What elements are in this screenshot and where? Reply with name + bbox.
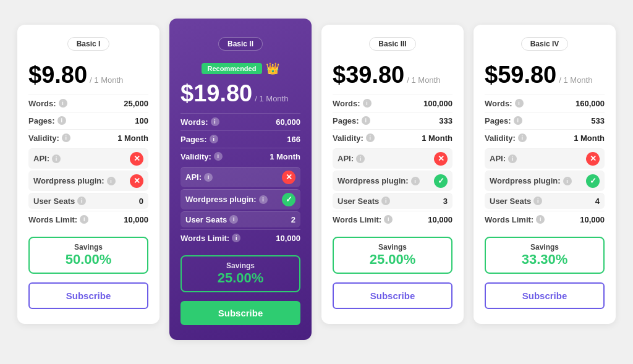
feature-value: 2 — [291, 215, 295, 224]
subscribe-button[interactable]: Subscribe — [181, 301, 300, 325]
feature-value: 0 — [139, 197, 143, 206]
feature-label: Validity: i — [333, 133, 375, 143]
feature-label: Wordpress plugin: i — [185, 195, 268, 204]
feature-value: 10,000 — [124, 215, 148, 224]
feature-label: Words: i — [28, 99, 67, 108]
feature-row-4: Wordpress plugin: i ✕ — [28, 171, 148, 191]
feature-row-5: User Seats i 3 — [333, 193, 452, 209]
feature-label: Words Limit: i — [28, 215, 88, 224]
subscribe-button[interactable]: Subscribe — [333, 282, 452, 309]
feature-value: 3 — [443, 197, 448, 206]
feature-row-4: Wordpress plugin: i ✓ — [181, 189, 300, 210]
plan-title: Basic IV — [521, 37, 569, 51]
info-icon[interactable]: i — [366, 133, 375, 142]
feature-row-0: Words: i 100,000 — [333, 95, 452, 112]
info-icon[interactable]: i — [59, 99, 67, 108]
price-value: $19.80 — [181, 80, 252, 107]
feature-value: 10,000 — [428, 215, 452, 224]
info-icon[interactable]: i — [52, 154, 61, 163]
info-icon[interactable]: i — [411, 177, 420, 185]
feature-value: 160,000 — [576, 99, 605, 108]
savings-section: Savings 33.30% — [485, 237, 605, 274]
info-icon[interactable]: i — [563, 177, 572, 185]
feature-row-0: Words: i 25,000 — [28, 95, 148, 112]
savings-label: Savings — [37, 243, 140, 252]
info-icon[interactable]: i — [362, 116, 370, 125]
feature-label: Validity: i — [28, 133, 70, 143]
feature-row-5: User Seats i 4 — [485, 193, 605, 209]
info-icon[interactable]: i — [107, 177, 116, 185]
info-icon[interactable]: i — [384, 215, 393, 224]
feature-value: 1 Month — [117, 133, 148, 143]
feature-row-1: Pages: i 100 — [28, 112, 148, 129]
check-icon: ✓ — [586, 174, 600, 188]
info-icon[interactable]: i — [533, 197, 542, 205]
feature-value: 1 Month — [422, 133, 452, 143]
feature-row-6: Words Limit: i 10,000 — [28, 211, 148, 228]
feature-value: 1 Month — [574, 133, 605, 143]
info-icon[interactable]: i — [229, 215, 238, 224]
feature-row-3: API: i ✕ — [181, 167, 300, 187]
info-icon[interactable]: i — [57, 116, 66, 125]
price-period: / 1 Month — [407, 75, 440, 85]
info-icon[interactable]: i — [514, 116, 522, 125]
pricing-section: Basic I $9.80 / 1 Month Words: i 25,000 … — [12, 25, 621, 340]
feature-label: Words Limit: i — [333, 215, 393, 224]
info-icon[interactable]: i — [214, 152, 223, 161]
info-icon[interactable]: i — [62, 133, 70, 142]
info-icon[interactable]: i — [204, 173, 213, 182]
feature-row-0: Words: i 60,000 — [181, 113, 300, 130]
cross-icon: ✕ — [434, 152, 448, 166]
info-icon[interactable]: i — [515, 99, 524, 108]
check-icon: ✓ — [282, 193, 295, 206]
feature-value: 60,000 — [276, 117, 300, 127]
info-icon[interactable]: i — [77, 197, 86, 205]
savings-label: Savings — [189, 261, 292, 270]
feature-value: 166 — [287, 135, 300, 144]
feature-value: 10,000 — [580, 215, 605, 224]
plan-card-basic3: Basic III $39.80 / 1 Month Words: i 100,… — [321, 25, 464, 324]
feature-value: 4 — [595, 197, 600, 206]
price-display: $9.80 / 1 Month — [28, 62, 148, 88]
cross-icon: ✕ — [130, 152, 143, 166]
subscribe-button[interactable]: Subscribe — [485, 282, 605, 309]
feature-row-5: User Seats i 0 — [28, 193, 148, 209]
feature-label: Words Limit: i — [485, 215, 545, 224]
plan-card-basic4: Basic IV $59.80 / 1 Month Words: i 160,0… — [474, 25, 616, 324]
info-icon[interactable]: i — [210, 135, 218, 143]
feature-row-1: Pages: i 166 — [181, 130, 300, 148]
feature-label: Wordpress plugin: i — [338, 176, 420, 185]
feature-row-3: API: i ✕ — [485, 148, 605, 169]
savings-value: 25.00% — [189, 270, 292, 286]
feature-value: 1 Month — [270, 152, 300, 161]
feature-label: Validity: i — [485, 133, 527, 143]
feature-label: Wordpress plugin: i — [490, 176, 572, 185]
info-icon[interactable]: i — [356, 154, 365, 163]
feature-value: 533 — [591, 116, 605, 125]
subscribe-button[interactable]: Subscribe — [28, 282, 148, 309]
feature-row-2: Validity: i 1 Month — [333, 129, 452, 146]
savings-section: Savings 50.00% — [28, 237, 148, 274]
feature-row-3: API: i ✕ — [28, 148, 148, 169]
info-icon[interactable]: i — [381, 197, 390, 205]
info-icon[interactable]: i — [518, 133, 527, 142]
feature-value: 333 — [439, 116, 452, 125]
info-icon[interactable]: i — [211, 117, 219, 126]
price-display: $19.80 / 1 Month — [181, 80, 300, 107]
feature-label: API: i — [185, 172, 213, 182]
cross-icon: ✕ — [130, 174, 143, 188]
savings-section: Savings 25.00% — [181, 255, 300, 292]
info-icon[interactable]: i — [508, 154, 517, 163]
info-icon[interactable]: i — [363, 99, 372, 108]
info-icon[interactable]: i — [232, 234, 240, 242]
feature-label: Wordpress plugin: i — [33, 176, 116, 185]
info-icon[interactable]: i — [536, 215, 545, 224]
recommended-badge: Recommended — [202, 63, 263, 74]
feature-row-6: Words Limit: i 10,000 — [181, 229, 300, 247]
price-period: / 1 Month — [255, 94, 288, 103]
feature-label: User Seats i — [338, 197, 390, 206]
info-icon[interactable]: i — [259, 195, 268, 204]
feature-label: API: i — [33, 154, 61, 163]
price-value: $9.80 — [28, 62, 87, 88]
info-icon[interactable]: i — [80, 215, 88, 224]
